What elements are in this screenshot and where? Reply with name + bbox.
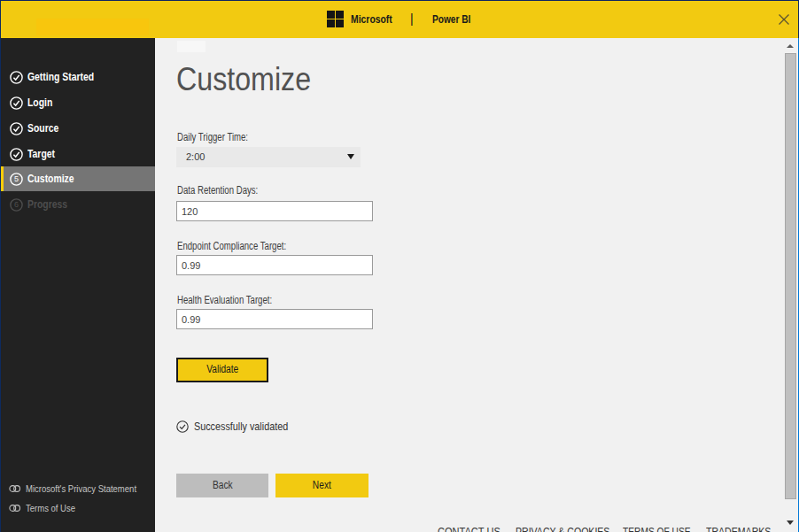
svg-text:6: 6 bbox=[14, 200, 19, 209]
svg-text:5: 5 bbox=[14, 174, 19, 183]
